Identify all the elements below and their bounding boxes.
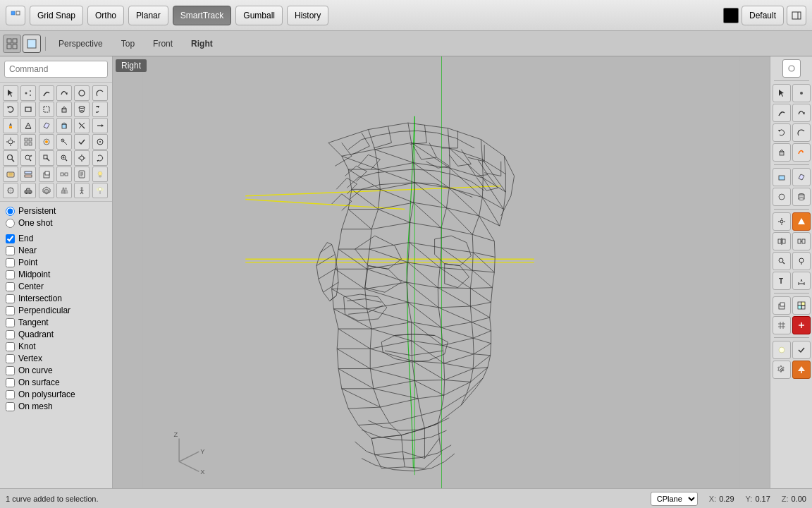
right-text-btn[interactable]: T xyxy=(773,272,791,290)
check-tool[interactable] xyxy=(74,134,90,150)
right-split-btn[interactable] xyxy=(773,232,791,250)
zoom-selected-tool[interactable] xyxy=(56,150,72,166)
snap-midpoint-input[interactable] xyxy=(6,270,15,279)
view-single-icon[interactable] xyxy=(23,35,41,53)
snap-on-polysurface[interactable]: On polysurface xyxy=(6,389,106,399)
group-tool[interactable] xyxy=(56,167,72,182)
box-select-tool[interactable] xyxy=(39,102,54,117)
pan-tool[interactable] xyxy=(74,150,90,166)
layer-tool[interactable] xyxy=(20,167,36,182)
right-render-btn[interactable] xyxy=(773,341,791,359)
snap-center-input[interactable] xyxy=(6,282,15,291)
coord-system-dropdown[interactable]: CPlane World xyxy=(651,492,698,506)
snap-vertex[interactable]: Vertex xyxy=(6,353,106,363)
project-tool[interactable] xyxy=(56,134,72,150)
snap-perpendicular-input[interactable] xyxy=(6,306,15,315)
paint-tool[interactable] xyxy=(3,118,18,133)
render-mesh-tool[interactable] xyxy=(39,183,54,198)
snap-vertex-input[interactable] xyxy=(6,354,15,363)
snap-point-input[interactable] xyxy=(6,258,15,267)
right-rotate-btn[interactable] xyxy=(773,123,791,142)
osnap-tool[interactable] xyxy=(3,183,18,198)
snap-midpoint[interactable]: Midpoint xyxy=(6,270,106,279)
right-settings-btn[interactable] xyxy=(773,361,791,379)
right-check-btn[interactable] xyxy=(792,341,811,359)
grid-snap-button[interactable]: Grid Snap xyxy=(30,6,83,25)
persistent-radio-input[interactable] xyxy=(6,207,15,216)
material-tool[interactable] xyxy=(3,167,18,182)
snap-on-curve[interactable]: On curve xyxy=(6,365,106,375)
command-input[interactable] xyxy=(4,61,108,78)
ortho-button[interactable]: Ortho xyxy=(87,6,124,25)
one-shot-radio-input[interactable] xyxy=(6,219,15,228)
trim-tool[interactable] xyxy=(74,118,90,133)
loft-tool[interactable] xyxy=(74,102,90,117)
right-orange-tool-btn[interactable] xyxy=(792,212,811,231)
tab-right[interactable]: Right xyxy=(183,36,221,52)
rotate-view-tool[interactable] xyxy=(92,150,108,166)
right-loft-btn[interactable] xyxy=(792,143,811,162)
circle-tool[interactable] xyxy=(74,85,90,101)
right-surface-btn[interactable] xyxy=(792,168,811,186)
rectangle-tool[interactable] xyxy=(20,102,36,117)
snap-near-input[interactable] xyxy=(6,246,15,255)
right-curve-btn[interactable] xyxy=(773,104,791,122)
right-red-tool-btn[interactable] xyxy=(792,316,811,334)
snap-center[interactable]: Center xyxy=(6,282,106,291)
right-extrude-btn[interactable] xyxy=(773,143,791,162)
curve-tool[interactable] xyxy=(39,85,54,101)
right-cylinder-btn[interactable] xyxy=(792,188,811,206)
right-orange2-btn[interactable] xyxy=(792,361,811,379)
snap-knot[interactable]: Knot xyxy=(6,341,106,351)
right-join-btn[interactable] xyxy=(792,232,811,250)
snap-near[interactable]: Near xyxy=(6,246,106,255)
snap-quadrant[interactable]: Quadrant xyxy=(6,329,106,339)
viewport[interactable]: Right xyxy=(113,56,770,488)
planar-button[interactable]: Planar xyxy=(128,6,168,25)
human-tool[interactable] xyxy=(74,183,90,198)
light-tool[interactable] xyxy=(92,167,108,182)
right-select-btn[interactable] xyxy=(773,84,791,102)
named-view-tool[interactable] xyxy=(74,167,90,182)
gumball-button[interactable]: Gumball xyxy=(235,6,283,25)
persistent-radio[interactable]: Persistent xyxy=(6,206,106,216)
pull-tool[interactable] xyxy=(39,134,54,150)
tab-perspective[interactable]: Perspective xyxy=(50,36,111,52)
surface-tool[interactable] xyxy=(39,118,54,133)
right-grid-btn[interactable] xyxy=(773,316,791,334)
right-zoom-btn[interactable] xyxy=(773,252,791,270)
right-arc-btn[interactable] xyxy=(792,123,811,142)
people-tool[interactable] xyxy=(56,183,72,198)
right-solid-btn[interactable] xyxy=(773,168,791,186)
block-tool[interactable] xyxy=(39,167,54,182)
array-tool[interactable] xyxy=(20,134,36,150)
snap-tangent[interactable]: Tangent xyxy=(6,318,106,327)
tab-top[interactable]: Top xyxy=(113,36,143,52)
right-worksession-btn[interactable] xyxy=(792,296,811,315)
right-freeform-btn[interactable] xyxy=(792,104,811,122)
snap-quadrant-input[interactable] xyxy=(6,330,15,339)
snap-on-surface[interactable]: On surface xyxy=(6,377,106,387)
extend-tool[interactable] xyxy=(92,118,108,133)
freeform-tool[interactable] xyxy=(56,85,72,101)
extrude-tool[interactable] xyxy=(56,102,72,117)
snap-intersection[interactable]: Intersection xyxy=(6,294,106,303)
snap-intersection-input[interactable] xyxy=(6,294,15,303)
explode-tool[interactable] xyxy=(3,134,18,150)
arc-tool[interactable] xyxy=(92,85,108,101)
one-shot-radio[interactable]: One shot xyxy=(6,218,106,228)
point-tool[interactable] xyxy=(20,85,36,101)
measure-tool[interactable] xyxy=(92,134,108,150)
history-button[interactable]: History xyxy=(287,6,328,25)
car-tool[interactable] xyxy=(20,183,36,198)
right-dim-btn[interactable] xyxy=(792,272,811,290)
mesh-tool[interactable] xyxy=(20,118,36,133)
zoom-all-tool[interactable] xyxy=(20,150,36,166)
default-button[interactable]: Default xyxy=(742,6,784,25)
snap-end[interactable]: End xyxy=(6,234,106,243)
view-grid-icon[interactable] xyxy=(3,35,21,53)
right-block-btn[interactable] xyxy=(773,296,791,315)
snap-on-mesh[interactable]: On mesh xyxy=(6,401,106,411)
select-tool[interactable] xyxy=(3,85,18,101)
color-swatch[interactable] xyxy=(723,8,739,23)
